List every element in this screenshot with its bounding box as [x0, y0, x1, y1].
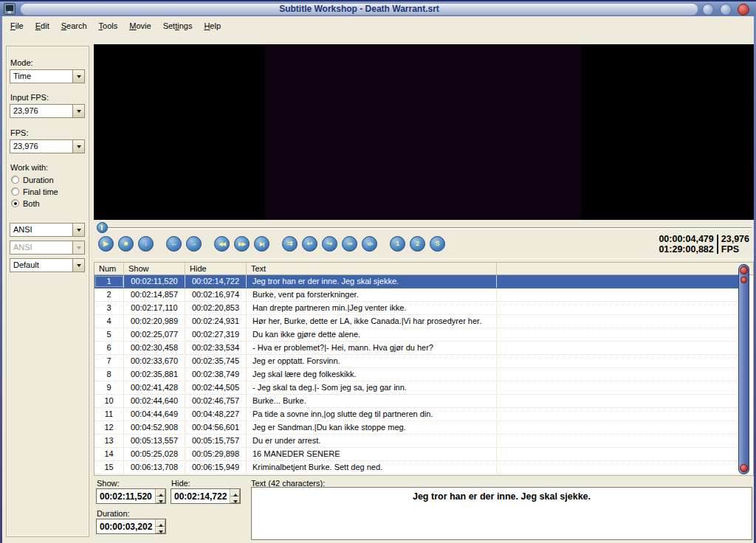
table-row[interactable]: 900:02:41,42800:02:44,505- Jeg skal ta d…	[94, 381, 738, 395]
app-window: Subtitle Workshop - Death Warrant.srt Fi…	[0, 0, 756, 543]
close-button[interactable]	[738, 4, 749, 15]
scroll-up-button[interactable]	[740, 266, 748, 274]
spin-up-button[interactable]	[230, 489, 240, 497]
hide-time-input[interactable]: 00:02:14,722	[171, 488, 241, 504]
seek-handle[interactable]	[97, 222, 108, 233]
show-time-value[interactable]: 00:02:11,520	[97, 489, 155, 503]
chevron-down-icon[interactable]	[72, 105, 84, 117]
spin-down-button[interactable]	[156, 497, 165, 504]
spin-up-button[interactable]	[156, 489, 165, 497]
scroll-list-button[interactable]: ↓	[138, 236, 154, 252]
table-row[interactable]: 1200:04:52,90800:04:56,601Jeg er Sandman…	[94, 421, 738, 435]
table-row[interactable]: 1500:06:13,70800:06:15,949Kriminalbetjen…	[94, 461, 738, 474]
show-time-input[interactable]: 00:02:11,520	[96, 488, 166, 504]
cell-num: 8	[94, 368, 124, 381]
table-row[interactable]: 1300:05:13,55700:05:15,757Du er under ar…	[94, 435, 738, 448]
move-subtitle-button[interactable]: ⇉	[282, 236, 298, 252]
menu-file[interactable]: File	[4, 19, 30, 32]
table-row[interactable]: 400:02:20,98900:02:24,931Hør her, Burke,…	[94, 315, 738, 328]
table-row[interactable]: 600:02:30,45800:02:33,534- Hva er proble…	[94, 342, 738, 355]
cell-hide: 00:06:15,949	[185, 461, 247, 474]
charset-primary-select[interactable]: ANSI	[10, 223, 85, 237]
column-header-num[interactable]: Num	[94, 263, 124, 274]
cell-fill	[497, 288, 738, 301]
radio-label: Both	[23, 199, 40, 208]
mode-label: Mode:	[10, 58, 33, 67]
radio-duration[interactable]: Duration	[11, 175, 54, 184]
input-fps-value: 23,976	[10, 105, 72, 117]
mark-last-sync-point-button[interactable]: 2	[410, 236, 425, 252]
duration-value[interactable]: 00:00:03,202	[97, 519, 155, 533]
table-row[interactable]: 700:02:33,67000:02:35,745Jeg er opptatt.…	[94, 355, 738, 368]
menu-search[interactable]: Search	[55, 19, 93, 32]
script-value: Default	[10, 259, 72, 272]
radio-button-icon[interactable]	[11, 199, 19, 207]
scroll-down-button[interactable]	[740, 464, 748, 472]
column-header-show[interactable]: Show	[124, 263, 185, 274]
hide-time-value[interactable]: 00:02:14,722	[171, 489, 230, 503]
set-hide-time-button[interactable]: ↪	[322, 236, 337, 252]
subtitle-text-input[interactable]: Jeg tror han er der inne. Jeg skal sjekk…	[251, 487, 752, 540]
cell-text: Hør her, Burke, dette er LA, ikke Canada…	[247, 315, 497, 328]
menu-help[interactable]: Help	[198, 19, 227, 32]
cell-num: 2	[94, 288, 124, 301]
table-row[interactable]: 1100:04:44,64900:04:48,227Pa tide a sovn…	[94, 408, 738, 421]
set-show-time-button[interactable]: ↩	[302, 236, 317, 252]
maximize-button[interactable]	[720, 4, 732, 15]
radio-button-icon[interactable]	[11, 187, 19, 196]
end-subtitle-button[interactable]: </>	[362, 236, 377, 252]
table-row[interactable]: 200:02:14,85700:02:16,974Burke, vent pa …	[94, 288, 738, 302]
table-row[interactable]: 1400:05:25,02800:05:29,89816 MANEDER SEN…	[94, 448, 738, 461]
start-subtitle-button[interactable]: <+	[342, 236, 357, 252]
column-header-hide[interactable]: Hide	[185, 263, 247, 274]
table-row[interactable]: 800:02:35,88100:02:38,749Jeg skal lære d…	[94, 368, 738, 381]
table-scrollbar[interactable]	[738, 264, 749, 474]
table-row[interactable]: 1000:02:44,64000:02:46,757Burke... Burke…	[94, 395, 738, 408]
cell-hide: 00:02:35,745	[185, 355, 247, 367]
mode-select[interactable]: Time	[10, 69, 85, 83]
app-icon	[4, 3, 16, 15]
spin-down-button[interactable]	[230, 497, 240, 504]
duration-spinner	[155, 519, 165, 533]
cell-show: 00:02:33,670	[124, 355, 185, 367]
table-header: Num Show Hide Text	[94, 263, 753, 275]
previous-subtitle-button[interactable]: ←	[166, 236, 182, 252]
scroll-thumb-marker[interactable]	[740, 277, 747, 283]
next-subtitle-button[interactable]: →	[186, 236, 202, 252]
playback-rate-button[interactable]: ▶|	[254, 236, 269, 252]
input-fps-select[interactable]: 23,976	[10, 104, 85, 118]
table-row[interactable]: 300:02:17,11000:02:20,853Han drepte part…	[94, 302, 738, 315]
minimize-button[interactable]	[702, 4, 714, 15]
cell-hide: 00:02:16,974	[185, 288, 247, 301]
radio-both[interactable]: Both	[11, 198, 40, 208]
cell-fill	[497, 461, 738, 474]
play-button[interactable]: ▶	[98, 236, 114, 252]
fps-select[interactable]: 23,976	[10, 139, 85, 153]
add-sync-point-button[interactable]: S	[430, 236, 445, 252]
fps-display-value: 23,976	[721, 234, 749, 244]
spin-up-button[interactable]	[156, 519, 165, 527]
chevron-down-icon[interactable]	[72, 140, 84, 153]
menu-edit[interactable]: Edit	[30, 19, 55, 32]
menu-movie[interactable]: Movie	[123, 19, 157, 32]
rewind-button[interactable]: ◀◀	[214, 236, 230, 252]
spin-down-button[interactable]	[156, 527, 165, 534]
mode-value: Time	[10, 70, 72, 83]
menu-settings[interactable]: Settings	[157, 19, 199, 32]
cell-hide: 00:02:24,931	[185, 315, 247, 328]
column-header-text[interactable]: Text	[247, 263, 497, 274]
table-row[interactable]: 100:02:11,52000:02:14,722Jeg tror han er…	[94, 275, 738, 288]
stop-button[interactable]: ■	[118, 236, 134, 252]
mark-first-sync-point-button[interactable]: 1	[390, 236, 405, 252]
table-row[interactable]: 500:02:25,07700:02:27,319Du kan ikke gjø…	[94, 328, 738, 342]
duration-input[interactable]: 00:00:03,202	[96, 519, 166, 534]
chevron-down-icon[interactable]	[72, 70, 84, 83]
fast-forward-button[interactable]: ▶▶	[234, 236, 250, 252]
menu-tools[interactable]: Tools	[93, 19, 124, 32]
script-select[interactable]: Default	[10, 258, 85, 272]
seek-track[interactable]	[104, 227, 752, 229]
chevron-down-icon[interactable]	[72, 224, 84, 236]
radio-button-icon[interactable]	[11, 176, 19, 184]
chevron-down-icon[interactable]	[72, 259, 84, 272]
radio-final-time[interactable]: Final time	[11, 187, 58, 196]
